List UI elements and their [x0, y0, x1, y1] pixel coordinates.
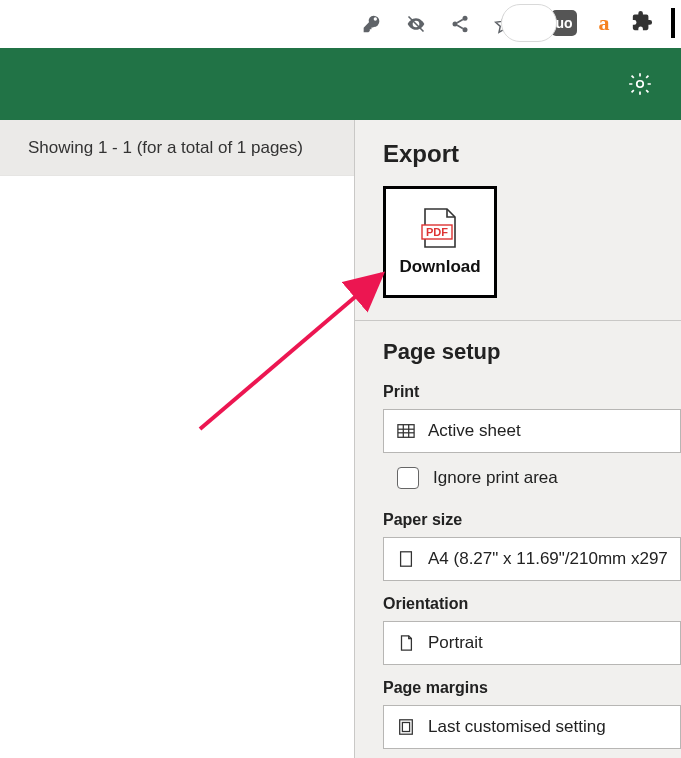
svg-point-1: [453, 22, 458, 27]
download-label: Download: [399, 257, 480, 277]
settings-pane: Export PDF Download Page setup Print Act…: [354, 120, 681, 758]
page-margins-dropdown[interactable]: Last customised setting: [383, 705, 681, 749]
svg-point-0: [463, 16, 468, 21]
ignore-print-area-row: Ignore print area: [383, 467, 681, 489]
preview-pane: Showing 1 - 1 (for a total of 1 pages): [0, 120, 354, 758]
paper-size-label: Paper size: [383, 511, 681, 529]
browser-top-bar: uo a: [0, 0, 681, 48]
paper-size-value: A4 (8.27" x 11.69"/210mm x297: [428, 549, 668, 569]
orientation-label: Orientation: [383, 595, 681, 613]
paper-size-dropdown[interactable]: A4 (8.27" x 11.69"/210mm x297: [383, 537, 681, 581]
ignore-print-area-label: Ignore print area: [433, 468, 558, 488]
gear-icon[interactable]: [627, 71, 653, 97]
page-setup-heading: Page setup: [383, 339, 681, 365]
svg-point-3: [637, 81, 644, 88]
eye-off-icon[interactable]: [405, 13, 427, 35]
portrait-page-icon: [396, 633, 416, 653]
share-icon[interactable]: [449, 13, 471, 35]
ublock-label: uo: [555, 15, 572, 31]
print-range-dropdown[interactable]: Active sheet: [383, 409, 681, 453]
pdf-file-icon: PDF: [417, 207, 463, 249]
window-edge: [671, 8, 675, 38]
svg-text:PDF: PDF: [426, 226, 448, 238]
extension-pill: [501, 4, 557, 42]
margins-icon: [396, 717, 416, 737]
svg-rect-11: [401, 552, 412, 566]
app-header: [0, 48, 681, 120]
preview-status-bar: Showing 1 - 1 (for a total of 1 pages): [0, 120, 354, 176]
showing-text: Showing 1 - 1 (for a total of 1 pages): [28, 138, 303, 158]
omnibox-icons: [361, 0, 515, 48]
extensions-area: uo a: [539, 4, 681, 42]
page-icon: [396, 549, 416, 569]
ignore-print-area-checkbox[interactable]: [397, 467, 419, 489]
print-label: Print: [383, 383, 681, 401]
svg-point-2: [463, 27, 468, 32]
divider: [355, 320, 681, 321]
svg-rect-13: [402, 723, 409, 732]
orientation-dropdown[interactable]: Portrait: [383, 621, 681, 665]
page-margins-value: Last customised setting: [428, 717, 606, 737]
export-heading: Export: [383, 140, 681, 168]
download-pdf-button[interactable]: PDF Download: [383, 186, 497, 298]
orientation-value: Portrait: [428, 633, 483, 653]
extension-a-label: a: [599, 10, 610, 36]
svg-rect-6: [398, 425, 414, 438]
extensions-puzzle-icon[interactable]: [631, 10, 653, 36]
page-margins-label: Page margins: [383, 679, 681, 697]
print-range-value: Active sheet: [428, 421, 521, 441]
main-split: Showing 1 - 1 (for a total of 1 pages) E…: [0, 120, 681, 758]
key-icon[interactable]: [361, 13, 383, 35]
sheet-grid-icon: [396, 421, 416, 441]
extension-a-icon[interactable]: a: [591, 10, 617, 36]
